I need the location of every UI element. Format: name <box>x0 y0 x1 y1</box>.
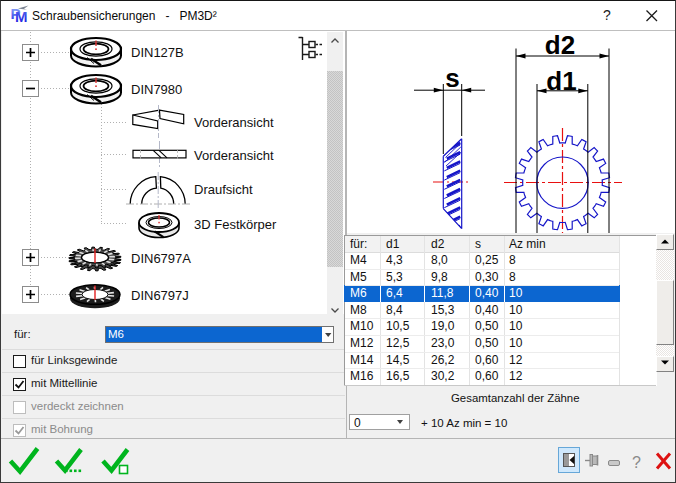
svg-text:?: ? <box>632 454 641 471</box>
svg-text:d2: d2 <box>545 32 575 60</box>
svg-text:d1: d1 <box>546 66 576 96</box>
svg-text:M: M <box>15 8 28 25</box>
svg-text:s: s <box>445 63 459 93</box>
